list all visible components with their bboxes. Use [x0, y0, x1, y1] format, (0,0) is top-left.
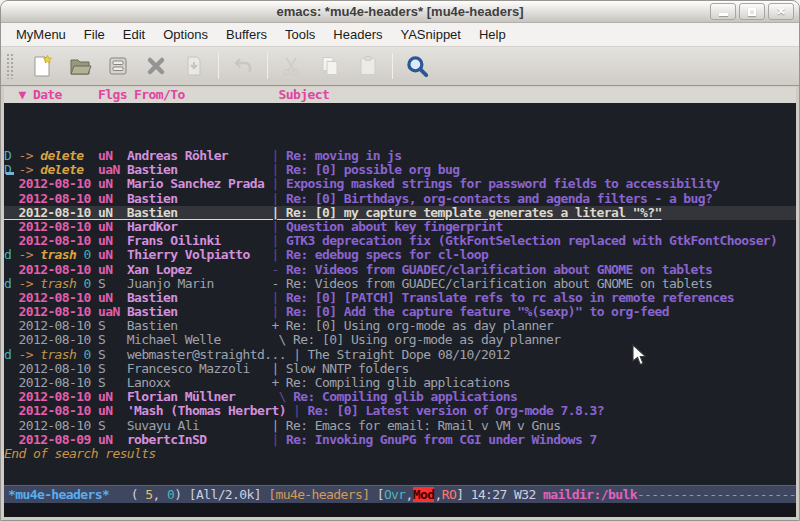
message-row[interactable]: 2012-08-10 S Lanoxx + Re: Compiling glib… [4, 376, 796, 390]
search-button[interactable] [398, 50, 436, 82]
minimize-button[interactable] [710, 3, 736, 20]
menu-bar: MyMenuFileEditOptionsBuffersToolsHeaders… [1, 23, 799, 47]
title-bar[interactable]: emacs: *mu4e-headers* [mu4e-headers] ✕ [1, 1, 799, 23]
message-row[interactable]: 2012-08-10 S Bastien + Re: [0] Using org… [4, 319, 796, 333]
end-of-search-results: End of search results [4, 447, 796, 461]
mode-line[interactable]: *mu4e-headers* ( 5, 0) [All/2.0k] [mu4e-… [4, 485, 796, 503]
menu-headers[interactable]: Headers [324, 24, 391, 45]
message-row[interactable]: 2012-08-10 uN Florian Müllner \ Re: Comp… [4, 390, 796, 404]
copy-button[interactable] [311, 50, 349, 82]
message-row[interactable]: 2012-08-10 uN HardKor | Question about k… [4, 220, 796, 234]
save-as-button[interactable] [175, 50, 213, 82]
emacs-frame: ▼ Date Flgs From/To Subject D -> delete … [4, 87, 796, 517]
maximize-icon [748, 8, 756, 16]
new-document-icon [30, 54, 54, 78]
search-icon [404, 53, 430, 79]
maximize-button[interactable] [739, 3, 765, 20]
emacs-window: emacs: *mu4e-headers* [mu4e-headers] ✕ M… [0, 0, 800, 521]
message-row[interactable]: D -> delete uaN Bastien | Re: [0] possib… [4, 163, 796, 177]
undo-button[interactable] [224, 50, 262, 82]
new-document-button[interactable] [23, 50, 61, 82]
minimize-icon [719, 13, 728, 16]
message-row[interactable]: 2012-08-10 uN Xan Lopez - Re: Videos fro… [4, 263, 796, 277]
menu-file[interactable]: File [75, 24, 114, 45]
message-row[interactable]: 2012-08-10 S Francesco Mazzoli | Slow NN… [4, 362, 796, 376]
paste-icon [356, 54, 380, 78]
open-folder-icon [68, 54, 92, 78]
toolbar-grip[interactable] [6, 53, 15, 79]
message-row[interactable]: 2012-08-09 uN robertcInSD | Re: Invoking… [4, 433, 796, 447]
cut-icon [280, 54, 304, 78]
window-controls: ✕ [710, 3, 794, 20]
message-row[interactable]: D -> delete uN Andreas Röhler | Re: movi… [4, 149, 796, 163]
menu-tools[interactable]: Tools [276, 24, 324, 45]
paste-button[interactable] [349, 50, 387, 82]
message-row[interactable]: 2012-08-10 S Michael Welle \ Re: [0] Usi… [4, 333, 796, 347]
menu-help[interactable]: Help [470, 24, 515, 45]
message-row[interactable]: 2012-08-10 S Suvayu Ali | Re: Emacs for … [4, 419, 796, 433]
message-row[interactable]: d -> trash 0 S webmaster@straightd... | … [4, 348, 796, 362]
window-title: emacs: *mu4e-headers* [mu4e-headers] [1, 4, 799, 19]
menu-options[interactable]: Options [154, 24, 217, 45]
menu-buffers[interactable]: Buffers [217, 24, 276, 45]
message-row[interactable]: 2012-08-10 uN Bastien | Re: [0] [PATCH] … [4, 291, 796, 305]
toolbar-separator [218, 53, 219, 79]
menu-edit[interactable]: Edit [114, 24, 154, 45]
save-as-icon [182, 54, 206, 78]
toolbar [1, 47, 799, 86]
open-folder-button[interactable] [61, 50, 99, 82]
message-row[interactable]: 2012-08-10 uN 'Mash (Thomas Herbert) | R… [4, 404, 796, 418]
toolbar-separator [392, 53, 393, 79]
close-buffer-icon [144, 54, 168, 78]
message-row-current[interactable]: 2012-08-10 uN Bastien | Re: [0] my captu… [4, 206, 796, 220]
close-buffer-button[interactable] [137, 50, 175, 82]
menu-mymenu[interactable]: MyMenu [7, 24, 75, 45]
menu-yasnippet[interactable]: YASnippet [391, 24, 469, 45]
message-row[interactable]: 2012-08-10 uaN Bastien | Re: [0] Add the… [4, 305, 796, 319]
mouse-pointer [632, 344, 648, 366]
message-row[interactable]: d -> trash 0 uN Thierry Volpiatto | Re: … [4, 248, 796, 262]
text-cursor [6, 172, 14, 175]
save-button[interactable] [99, 50, 137, 82]
close-icon: ✕ [776, 6, 785, 17]
copy-icon [318, 54, 342, 78]
message-list: D -> delete uN Andreas Röhler | Re: movi… [4, 103, 796, 485]
headers-column-header: ▼ Date Flgs From/To Subject [4, 87, 796, 103]
message-row[interactable]: 2012-08-10 uN Frans Oilinki | GTK3 depre… [4, 234, 796, 248]
undo-icon [231, 54, 255, 78]
message-row[interactable]: d -> trash 0 S Juanjo Marin - Re: Videos… [4, 277, 796, 291]
message-row[interactable]: 2012-08-10 uN Mario Sanchez Prada | Expo… [4, 177, 796, 191]
close-button[interactable]: ✕ [768, 3, 794, 20]
echo-area[interactable] [4, 503, 796, 517]
cut-button[interactable] [273, 50, 311, 82]
toolbar-separator [267, 53, 268, 79]
save-icon [106, 54, 130, 78]
message-row[interactable]: 2012-08-10 uN Bastien | Re: [0] Birthday… [4, 192, 796, 206]
